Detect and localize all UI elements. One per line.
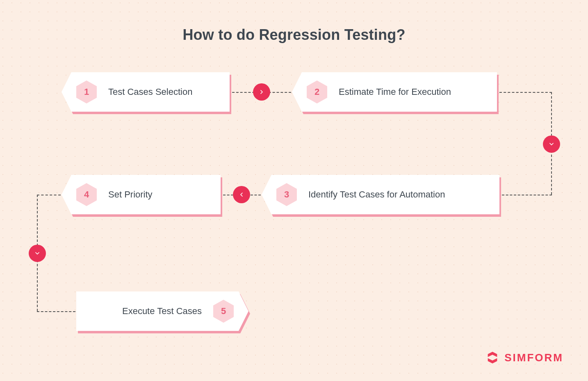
step-number: 3	[284, 189, 289, 200]
connector	[37, 195, 61, 195]
step-number: 5	[221, 306, 226, 317]
hexagon-icon: 3	[276, 183, 297, 206]
hexagon-icon: 2	[307, 80, 327, 103]
step-label: Identify Test Cases for Automation	[308, 189, 445, 200]
hexagon-icon: 4	[76, 183, 97, 206]
hexagon-icon: 5	[213, 300, 234, 323]
connector	[499, 92, 552, 93]
chevron-right-icon	[253, 83, 270, 101]
chevron-down-icon	[543, 135, 560, 153]
brand-logo: SIMFORM	[485, 351, 563, 365]
step-label: Set Priority	[108, 189, 153, 200]
chevron-left-icon	[233, 186, 250, 203]
step-5: 5 Execute Test Cases	[76, 291, 248, 331]
step-4: 4 Set Priority	[62, 175, 221, 214]
brand-name: SIMFORM	[504, 351, 563, 364]
simform-mark-icon	[485, 351, 499, 365]
step-1: 1 Test Cases Selection	[62, 72, 230, 112]
step-label: Execute Test Cases	[122, 306, 202, 317]
step-3: 3 Identify Test Cases for Automation	[262, 175, 499, 214]
step-number: 2	[315, 87, 319, 97]
connector	[37, 311, 75, 312]
step-number: 1	[84, 87, 89, 97]
diagram-title: How to do Regression Testing?	[0, 26, 588, 44]
step-number: 4	[84, 189, 89, 200]
step-label: Test Cases Selection	[108, 87, 192, 97]
hexagon-icon: 1	[76, 80, 97, 103]
step-label: Estimate Time for Execution	[339, 87, 451, 97]
step-2: 2 Estimate Time for Execution	[292, 72, 497, 112]
chevron-down-icon	[29, 245, 46, 262]
connector	[502, 195, 552, 195]
